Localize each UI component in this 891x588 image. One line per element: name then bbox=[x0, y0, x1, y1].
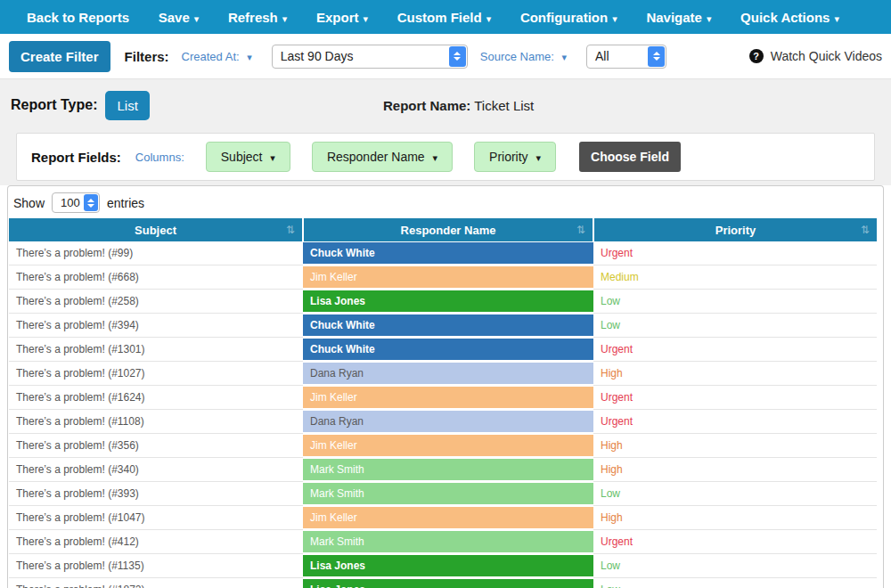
table-row: There’s a problem! (#393) Mark Smith Low bbox=[9, 482, 877, 506]
priority-cell: Urgent bbox=[593, 338, 877, 362]
nav-item[interactable]: Custom Field▾ bbox=[397, 10, 492, 25]
responder-badge: Lisa Jones bbox=[303, 555, 593, 576]
subject-cell: There’s a problem! (#1135) bbox=[9, 554, 303, 578]
priority-cell: Low bbox=[593, 290, 877, 314]
priority-cell: Urgent bbox=[593, 410, 877, 434]
question-circle-icon: ? bbox=[749, 49, 764, 63]
nav-item[interactable]: Refresh▾ bbox=[228, 10, 287, 25]
responder-badge: Dana Ryan bbox=[303, 411, 593, 432]
show-entries-row: Show 100 entries bbox=[8, 186, 883, 218]
choose-field-button[interactable]: Choose Field bbox=[579, 142, 681, 172]
table-row: There’s a problem! (#394) Chuck White Lo… bbox=[9, 314, 877, 338]
chevron-down-icon: ▾ bbox=[707, 13, 712, 25]
sort-icon[interactable]: ⇅ bbox=[576, 224, 585, 236]
chevron-down-icon: ▾ bbox=[834, 13, 839, 25]
chevron-down-icon: ▾ bbox=[270, 152, 275, 164]
navbar: Back to Reports▾ Save▾ Refresh▾ Export▾ … bbox=[0, 0, 891, 34]
watch-quick-videos-label: Watch Quick Videos bbox=[771, 49, 882, 63]
table-row: There’s a problem! (#1027) Dana Ryan Hig… bbox=[9, 362, 877, 386]
subject-cell: There’s a problem! (#340) bbox=[9, 458, 303, 482]
report-name-label: Report Name: bbox=[383, 98, 470, 113]
subject-cell: There’s a problem! (#99) bbox=[9, 241, 303, 265]
nav-item[interactable]: Configuration▾ bbox=[520, 10, 617, 25]
report-field-button[interactable]: Priority ▾ bbox=[474, 142, 556, 172]
nav-item[interactable]: Navigate▾ bbox=[646, 10, 711, 25]
report-field-label: Priority bbox=[489, 150, 528, 164]
filters-label: Filters: bbox=[125, 49, 169, 64]
created-at-dropdown[interactable]: Created At: ▾ bbox=[182, 50, 252, 63]
nav-item-label: Configuration bbox=[520, 10, 608, 25]
responder-badge: Jim Keller bbox=[303, 266, 593, 288]
table-column-header[interactable]: Responder Name ⇅ bbox=[303, 218, 593, 241]
source-name-select[interactable]: All bbox=[586, 45, 666, 69]
nav-item[interactable]: Quick Actions▾ bbox=[740, 10, 839, 25]
priority-cell: Low bbox=[593, 578, 877, 588]
table-column-header[interactable]: Subject ⇅ bbox=[9, 218, 303, 241]
responder-cell: Lisa Jones bbox=[303, 290, 593, 314]
table-column-label: Responder Name bbox=[401, 224, 496, 237]
priority-cell: High bbox=[593, 506, 877, 530]
chevron-down-icon: ▾ bbox=[194, 13, 200, 25]
responder-badge: Lisa Jones bbox=[303, 579, 593, 588]
responder-cell: Dana Ryan bbox=[303, 362, 593, 386]
table-row: There’s a problem! (#356) Jim Keller Hig… bbox=[9, 434, 877, 458]
source-name-dropdown[interactable]: Source Name: ▾ bbox=[480, 50, 567, 63]
responder-cell: Jim Keller bbox=[303, 434, 593, 458]
responder-cell: Mark Smith bbox=[303, 458, 593, 482]
report-field-button[interactable]: Responder Name ▾ bbox=[312, 142, 453, 172]
entries-select[interactable]: 100 bbox=[52, 192, 100, 213]
table-row: There’s a problem! (#1624) Jim Keller Ur… bbox=[9, 386, 877, 410]
responder-cell: Chuck White bbox=[303, 338, 593, 362]
table-column-header[interactable]: Priority ⇅ bbox=[593, 218, 877, 241]
table-row: There’s a problem! (#340) Mark Smith Hig… bbox=[9, 458, 877, 482]
sort-icon[interactable]: ⇅ bbox=[286, 224, 295, 236]
subject-cell: There’s a problem! (#1047) bbox=[9, 506, 303, 530]
subject-cell: There’s a problem! (#394) bbox=[9, 314, 303, 338]
table-header-row: Subject ⇅ Responder Name ⇅ Priority ⇅ bbox=[9, 218, 877, 241]
table-row: There’s a problem! (#668) Jim Keller Med… bbox=[9, 265, 877, 290]
priority-cell: Low bbox=[593, 554, 877, 578]
responder-badge: Jim Keller bbox=[303, 435, 593, 456]
nav-item-label: Export bbox=[316, 10, 359, 25]
priority-cell: Urgent bbox=[593, 530, 877, 554]
responder-badge: Jim Keller bbox=[303, 387, 593, 408]
subject-cell: There’s a problem! (#1027) bbox=[9, 362, 303, 386]
responder-cell: Jim Keller bbox=[303, 506, 593, 530]
report-type-list-button[interactable]: List bbox=[105, 91, 149, 120]
chevron-down-icon: ▾ bbox=[486, 13, 492, 25]
created-at-select[interactable]: Last 90 Days bbox=[272, 45, 468, 69]
filter-bar: Create Filter Filters: Created At: ▾ Las… bbox=[0, 34, 891, 78]
report-type-label: Report Type: bbox=[11, 97, 97, 113]
entries-select-value: 100 bbox=[61, 196, 80, 209]
sort-icon[interactable]: ⇅ bbox=[861, 224, 870, 236]
nav-item[interactable]: Back to Reports▾ bbox=[27, 10, 129, 25]
report-field-button[interactable]: Subject ▾ bbox=[206, 142, 290, 172]
subject-cell: There’s a problem! (#412) bbox=[9, 530, 303, 554]
watch-quick-videos-link[interactable]: ? Watch Quick Videos bbox=[749, 49, 882, 63]
responder-badge: Jim Keller bbox=[303, 507, 593, 528]
subject-cell: There’s a problem! (#1624) bbox=[9, 386, 303, 410]
chevron-down-icon: ▾ bbox=[363, 13, 368, 25]
subject-cell: There’s a problem! (#1872) bbox=[9, 578, 303, 588]
nav-item[interactable]: Export▾ bbox=[316, 10, 368, 25]
responder-cell: Lisa Jones bbox=[303, 578, 593, 588]
table-row: There’s a problem! (#1108) Dana Ryan Urg… bbox=[9, 410, 877, 434]
table-row: There’s a problem! (#1872) Lisa Jones Lo… bbox=[9, 578, 877, 588]
nav-item-label: Refresh bbox=[228, 10, 278, 25]
table-body: There’s a problem! (#99) Chuck White Urg… bbox=[9, 241, 877, 588]
priority-cell: Low bbox=[593, 314, 877, 338]
responder-cell: Jim Keller bbox=[303, 265, 593, 290]
responder-badge: Mark Smith bbox=[303, 483, 593, 504]
nav-item[interactable]: Save▾ bbox=[159, 10, 200, 25]
create-filter-button[interactable]: Create Filter bbox=[9, 41, 110, 72]
responder-badge: Dana Ryan bbox=[303, 363, 593, 384]
created-at-select-value: Last 90 Days bbox=[281, 49, 354, 63]
responder-cell: Mark Smith bbox=[303, 530, 593, 554]
table-column-label: Priority bbox=[715, 224, 756, 237]
responder-cell: Mark Smith bbox=[303, 482, 593, 506]
priority-cell: Urgent bbox=[593, 241, 877, 265]
report-fields-box: Report Fields: Columns: Subject ▾ Respon… bbox=[16, 133, 875, 181]
priority-cell: High bbox=[593, 458, 877, 482]
nav-item-label: Custom Field bbox=[397, 10, 482, 25]
report-table: Subject ⇅ Responder Name ⇅ Priority ⇅ Th… bbox=[9, 218, 877, 588]
